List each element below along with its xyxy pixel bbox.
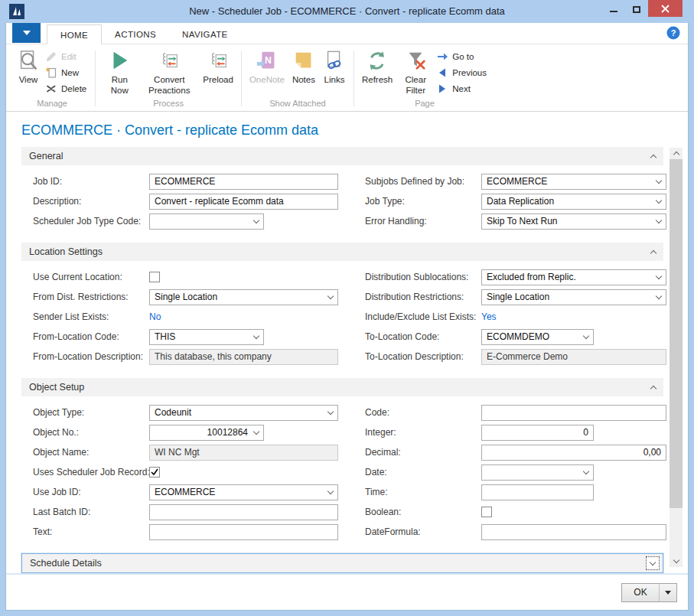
- ok-button[interactable]: OK: [622, 584, 659, 601]
- collapse-icon[interactable]: [650, 249, 657, 256]
- sender-list-exists-link[interactable]: No: [149, 311, 161, 322]
- subjobs-defined-by-job-select[interactable]: ECOMMERCE: [481, 174, 666, 190]
- text-input[interactable]: [149, 524, 338, 540]
- notes-label: Notes: [292, 75, 315, 86]
- field-label: Object No.:: [33, 427, 149, 438]
- section-header-object-setup[interactable]: Object Setup: [21, 378, 663, 396]
- go-to-button[interactable]: Go to: [435, 50, 491, 64]
- check-icon: [150, 468, 159, 477]
- field-label: Job ID:: [33, 176, 149, 187]
- page-content: General Job ID: ECOMMERCE Description: C…: [6, 145, 688, 573]
- footer-bar: OK: [6, 573, 688, 610]
- integer-input[interactable]: 0: [481, 425, 594, 441]
- minimize-button[interactable]: [602, 0, 625, 17]
- field-label: Error Handling:: [365, 216, 481, 227]
- distribution-sublocations-select[interactable]: Excluded from Replic.: [481, 269, 666, 285]
- convert-preactions-button[interactable]: Convert Preactions: [139, 47, 199, 96]
- notes-button[interactable]: Notes: [288, 47, 319, 86]
- field-label: Distribution Sublocations:: [365, 272, 481, 282]
- section-header-location-settings[interactable]: Location Settings: [21, 243, 663, 261]
- field-uses-scheduler-job-record: Uses Scheduler Job Record:: [33, 462, 354, 482]
- field-label: Distribution Restrictions:: [365, 292, 481, 302]
- scrollbar-thumb[interactable]: [670, 159, 683, 508]
- field-label: DateFormula:: [365, 526, 481, 537]
- chevron-down-icon: [253, 217, 259, 223]
- title-bar[interactable]: New - Scheduler Job - ECOMMERCE · Conver…: [5, 0, 689, 23]
- group-label-manage: Manage: [13, 98, 91, 111]
- vertical-scrollbar[interactable]: [670, 148, 683, 567]
- include-exclude-list-exists-link[interactable]: Yes: [481, 311, 497, 322]
- to-location-code-select[interactable]: ECOMMDEMO: [481, 329, 594, 345]
- tab-navigate[interactable]: NAVIGATE: [169, 24, 241, 44]
- ribbon-group-show-attached: N OneNote Notes: [243, 47, 352, 111]
- onenote-button[interactable]: N OneNote: [246, 47, 288, 86]
- dateformula-input[interactable]: [481, 524, 666, 540]
- section-header-schedule-details[interactable]: Schedule Details: [21, 553, 663, 573]
- uses-scheduler-job-record-checkbox[interactable]: [149, 467, 160, 477]
- date-select[interactable]: [481, 464, 594, 481]
- refresh-button[interactable]: Refresh: [358, 47, 396, 86]
- code-input[interactable]: [481, 405, 666, 421]
- scheduler-job-type-code-select[interactable]: [149, 213, 264, 230]
- preload-button[interactable]: Preload: [199, 47, 237, 86]
- tab-actions[interactable]: ACTIONS: [102, 24, 169, 44]
- links-button[interactable]: Links: [319, 47, 350, 86]
- close-button[interactable]: [648, 0, 683, 17]
- field-code: Code:: [365, 403, 671, 422]
- job-id-input[interactable]: ECOMMERCE: [149, 174, 338, 190]
- field-include-exclude-list-exists: Include/Exclude List Exists: Yes: [365, 307, 671, 327]
- from-dist-restrictions-select[interactable]: Single Location: [149, 289, 338, 305]
- field-label: Description:: [33, 196, 149, 207]
- view-button[interactable]: View: [13, 47, 44, 86]
- use-current-location-checkbox[interactable]: [149, 272, 160, 282]
- delete-button[interactable]: Delete: [44, 82, 91, 96]
- ok-dropdown-button[interactable]: [659, 584, 676, 601]
- ribbon-group-manage: View Edit New Delete: [11, 47, 93, 111]
- convert-preactions-label: Convert Preactions: [143, 75, 195, 96]
- to-location-description-readonly: E-Commerce Demo: [481, 349, 666, 365]
- select-value: ECOMMDEMO: [487, 331, 549, 342]
- scroll-up-button[interactable]: [670, 148, 683, 159]
- time-input[interactable]: [481, 484, 594, 500]
- group-label-page: Page: [358, 98, 491, 111]
- maximize-button[interactable]: [625, 0, 648, 17]
- job-id-value: ECOMMERCE: [155, 176, 215, 187]
- boolean-checkbox[interactable]: [481, 507, 492, 517]
- scroll-down-button[interactable]: [670, 556, 683, 567]
- next-button[interactable]: Next: [435, 82, 491, 96]
- collapse-icon[interactable]: [650, 385, 657, 391]
- object-type-select[interactable]: Codeunit: [149, 405, 338, 421]
- edit-button[interactable]: Edit: [44, 50, 91, 64]
- edit-label: Edit: [61, 52, 77, 61]
- clear-filter-label: Clear Filter: [400, 75, 431, 96]
- section-header-general[interactable]: General: [21, 147, 663, 165]
- collapse-icon[interactable]: [650, 154, 657, 160]
- from-location-code-select[interactable]: THIS: [149, 329, 264, 345]
- distribution-restrictions-select[interactable]: Single Location: [481, 289, 666, 305]
- scrollbar-track[interactable]: [670, 159, 683, 556]
- error-handling-select[interactable]: Skip To Next Run: [481, 213, 666, 230]
- refresh-icon: [366, 50, 389, 73]
- field-label: Job Type:: [365, 196, 481, 207]
- input-value: 0: [583, 427, 588, 438]
- run-now-label: Run Now: [103, 75, 135, 96]
- field-label: Date:: [365, 467, 481, 477]
- object-no-select[interactable]: 10012864: [149, 425, 264, 441]
- readonly-value: This database, this company: [155, 351, 272, 362]
- links-icon: [323, 50, 346, 73]
- run-now-button[interactable]: Run Now: [99, 47, 139, 96]
- previous-button[interactable]: Previous: [435, 66, 491, 80]
- application-menu-button[interactable]: [12, 23, 41, 43]
- field-label: Time:: [365, 487, 481, 497]
- chevron-down-icon: [327, 487, 334, 494]
- clear-filter-button[interactable]: Clear Filter: [396, 47, 435, 96]
- last-batch-id-input[interactable]: [149, 504, 338, 520]
- use-job-id-select[interactable]: ECOMMERCE: [149, 484, 338, 500]
- description-input[interactable]: Convert - replicate Ecomm data: [149, 194, 338, 210]
- job-type-select[interactable]: Data Replication: [481, 194, 666, 210]
- tab-home[interactable]: HOME: [47, 24, 102, 44]
- new-button[interactable]: New: [44, 66, 91, 80]
- expand-schedule-details-button[interactable]: [646, 556, 660, 570]
- decimal-input[interactable]: 0,00: [481, 445, 666, 461]
- help-button[interactable]: ?: [666, 26, 680, 40]
